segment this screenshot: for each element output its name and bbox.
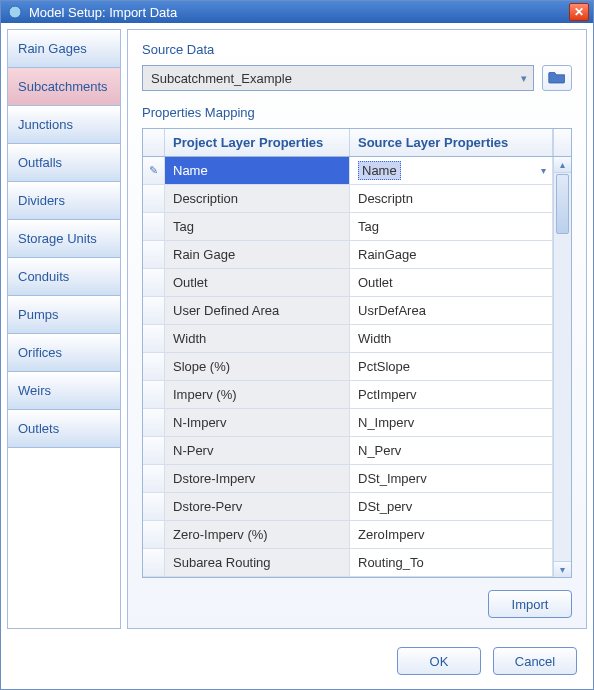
row-header-cell [143, 353, 165, 380]
tab-dividers[interactable]: Dividers [8, 182, 120, 220]
tab-conduits[interactable]: Conduits [8, 258, 120, 296]
row-header-cell [143, 269, 165, 296]
table-row[interactable]: Dstore-PervDSt_perv [143, 493, 553, 521]
grid-header-row: Project Layer Properties Source Layer Pr… [143, 129, 571, 157]
source-property-cell[interactable]: RainGage [350, 241, 553, 268]
project-property-cell: N-Imperv [165, 409, 350, 436]
import-row: Import [142, 578, 572, 618]
import-button[interactable]: Import [488, 590, 572, 618]
main-panel: Source Data Subcatchment_Example ▾ Prope… [127, 29, 587, 629]
row-header-cell [143, 549, 165, 576]
dialog-footer: OK Cancel [1, 635, 593, 689]
table-row[interactable]: ✎NameName▾ [143, 157, 553, 185]
folder-icon [548, 70, 566, 87]
project-property-cell: N-Perv [165, 437, 350, 464]
tab-orifices[interactable]: Orifices [8, 334, 120, 372]
project-property-cell: Slope (%) [165, 353, 350, 380]
table-row[interactable]: Rain GageRainGage [143, 241, 553, 269]
tab-rain-gages[interactable]: Rain Gages [8, 30, 120, 68]
table-row[interactable]: TagTag [143, 213, 553, 241]
project-property-cell: Outlet [165, 269, 350, 296]
table-row[interactable]: N-ImpervN_Imperv [143, 409, 553, 437]
row-header-cell [143, 213, 165, 240]
row-header-cell [143, 185, 165, 212]
row-header-cell [143, 381, 165, 408]
project-property-cell: Name [165, 157, 350, 184]
table-row[interactable]: Imperv (%)PctImperv [143, 381, 553, 409]
source-property-cell[interactable]: DSt_perv [350, 493, 553, 520]
table-row[interactable]: WidthWidth [143, 325, 553, 353]
cancel-button[interactable]: Cancel [493, 647, 577, 675]
tab-outfalls[interactable]: Outfalls [8, 144, 120, 182]
source-data-row: Subcatchment_Example ▾ [142, 65, 572, 91]
table-row[interactable]: N-PervN_Perv [143, 437, 553, 465]
source-property-cell[interactable]: ZeroImperv [350, 521, 553, 548]
scroll-down-arrow-icon[interactable]: ▾ [554, 561, 571, 577]
tab-subcatchments[interactable]: Subcatchments [8, 68, 120, 106]
table-row[interactable]: DescriptionDescriptn [143, 185, 553, 213]
vertical-scrollbar[interactable]: ▴ ▾ [553, 157, 571, 577]
svg-point-0 [9, 6, 21, 18]
tab-junctions[interactable]: Junctions [8, 106, 120, 144]
row-header-cell [143, 241, 165, 268]
scroll-up-arrow-icon[interactable]: ▴ [554, 157, 571, 173]
project-property-cell: User Defined Area [165, 297, 350, 324]
ok-button[interactable]: OK [397, 647, 481, 675]
chevron-down-icon: ▾ [521, 72, 527, 85]
properties-mapping-label: Properties Mapping [142, 105, 572, 120]
source-property-cell[interactable]: DSt_Imperv [350, 465, 553, 492]
project-property-cell: Dstore-Perv [165, 493, 350, 520]
row-header-cell [143, 409, 165, 436]
project-property-cell: Dstore-Imperv [165, 465, 350, 492]
project-property-cell: Description [165, 185, 350, 212]
source-property-editor[interactable]: Name [358, 161, 401, 180]
source-property-cell[interactable]: Width [350, 325, 553, 352]
tab-outlets[interactable]: Outlets [8, 410, 120, 448]
project-property-cell: Rain Gage [165, 241, 350, 268]
scroll-thumb[interactable] [556, 174, 569, 234]
mapping-grid: Project Layer Properties Source Layer Pr… [142, 128, 572, 578]
table-row[interactable]: User Defined AreaUsrDefArea [143, 297, 553, 325]
source-data-label: Source Data [142, 42, 572, 57]
source-property-cell[interactable]: PctImperv [350, 381, 553, 408]
source-data-value: Subcatchment_Example [151, 71, 292, 86]
tab-pumps[interactable]: Pumps [8, 296, 120, 334]
dialog-window: Model Setup: Import Data ✕ Rain GagesSub… [0, 0, 594, 690]
project-property-cell: Subarea Routing [165, 549, 350, 576]
dialog-body: Rain GagesSubcatchmentsJunctionsOutfalls… [1, 23, 593, 635]
row-header-cell [143, 297, 165, 324]
close-button[interactable]: ✕ [569, 3, 589, 21]
window-title: Model Setup: Import Data [29, 5, 569, 20]
grid-header-rowhead [143, 129, 165, 156]
tab-storage-units[interactable]: Storage Units [8, 220, 120, 258]
table-row[interactable]: Subarea RoutingRouting_To [143, 549, 553, 577]
table-row[interactable]: Slope (%)PctSlope [143, 353, 553, 381]
source-property-cell[interactable]: Descriptn [350, 185, 553, 212]
source-property-cell[interactable]: PctSlope [350, 353, 553, 380]
grid-header-project[interactable]: Project Layer Properties [165, 129, 350, 156]
grid-body: ✎NameName▾DescriptionDescriptnTagTagRain… [143, 157, 571, 577]
source-data-combo[interactable]: Subcatchment_Example ▾ [142, 65, 534, 91]
tab-weirs[interactable]: Weirs [8, 372, 120, 410]
table-row[interactable]: OutletOutlet [143, 269, 553, 297]
table-row[interactable]: Zero-Imperv (%)ZeroImperv [143, 521, 553, 549]
source-property-cell[interactable]: UsrDefArea [350, 297, 553, 324]
project-property-cell: Zero-Imperv (%) [165, 521, 350, 548]
source-property-cell[interactable]: Tag [350, 213, 553, 240]
grid-header-scroll-spacer [553, 129, 571, 156]
browse-folder-button[interactable] [542, 65, 572, 91]
source-property-cell[interactable]: Outlet [350, 269, 553, 296]
source-property-cell[interactable]: Routing_To [350, 549, 553, 576]
grid-header-source[interactable]: Source Layer Properties [350, 129, 553, 156]
tab-strip: Rain GagesSubcatchmentsJunctionsOutfalls… [7, 29, 121, 629]
row-header-cell [143, 521, 165, 548]
table-row[interactable]: Dstore-ImpervDSt_Imperv [143, 465, 553, 493]
source-property-cell[interactable]: N_Perv [350, 437, 553, 464]
source-property-cell[interactable]: Name▾ [350, 157, 553, 184]
project-property-cell: Imperv (%) [165, 381, 350, 408]
row-header-cell [143, 437, 165, 464]
app-icon [7, 4, 23, 20]
row-header-cell: ✎ [143, 157, 165, 184]
chevron-down-icon[interactable]: ▾ [541, 165, 546, 176]
source-property-cell[interactable]: N_Imperv [350, 409, 553, 436]
